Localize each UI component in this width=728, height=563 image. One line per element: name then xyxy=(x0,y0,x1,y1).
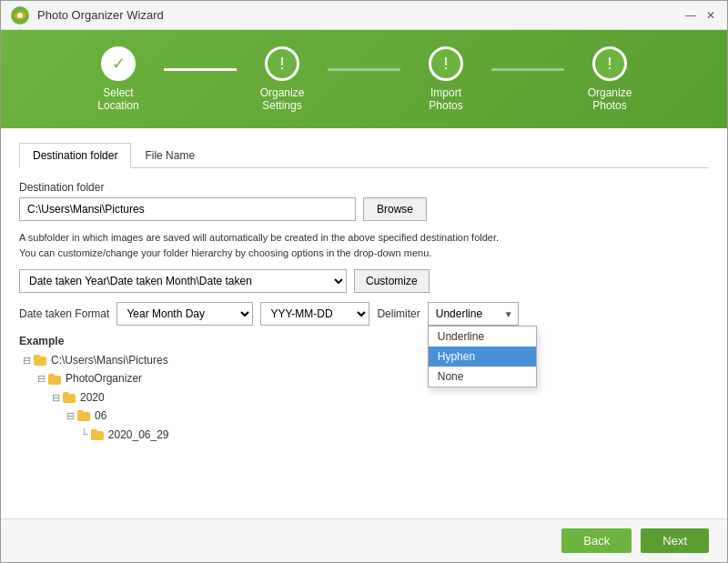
step2-label: OrganizeSettings xyxy=(260,86,305,112)
file-tree: ⊟ C:\Users\Mansi\Pictures ⊟ PhotoOrganiz… xyxy=(19,351,709,444)
delimiter-select[interactable]: Underline Hyphen None xyxy=(428,302,519,326)
step2-circle: ! xyxy=(265,46,299,81)
tab-destination-folder[interactable]: Destination folder xyxy=(19,143,131,168)
date-format-row: Date taken Format Year Month Day Month D… xyxy=(19,302,709,326)
folder-row: Browse xyxy=(19,197,709,221)
customize-button[interactable]: Customize xyxy=(354,269,430,293)
window-title: Photo Organizer Wizard xyxy=(37,8,683,22)
tree-connector-2: ⊟ xyxy=(37,370,46,387)
info-text: A subfolder in which images are saved wi… xyxy=(19,230,709,260)
bottom-bar: Back Next xyxy=(1,518,727,562)
tree-item-photoorganizer: ⊟ PhotoOrganizer xyxy=(23,369,709,387)
wizard-step-select-location: ✓ SelectLocation xyxy=(73,46,164,112)
tree-item-2020: ⊟ 2020 xyxy=(23,388,709,407)
tree-connector-1: ⊟ xyxy=(23,352,31,369)
delimiter-dropdown-wrap: Underline Hyphen None ▼ Underline Hyphen… xyxy=(428,302,519,326)
date-format-select[interactable]: Year Month Day Month Day Day Year xyxy=(116,302,253,326)
folder-hierarchy-row: Date taken Year\Date taken Month\Date ta… xyxy=(19,269,709,293)
destination-folder-section: Destination folder Browse xyxy=(19,181,709,221)
tree-connector-3: ⊟ xyxy=(52,389,60,407)
delimiter-option-none[interactable]: None xyxy=(429,367,536,387)
folder-path-input[interactable] xyxy=(19,197,356,221)
step4-label: OrganizePhotos xyxy=(588,86,632,112)
date-ymd-select[interactable]: YYY-MM-DD YYYY-MM-DD MM-DD-YYYY xyxy=(260,302,369,326)
delimiter-option-hyphen[interactable]: Hyphen xyxy=(429,347,536,367)
tree-item-file: └ 2020_06_29 xyxy=(23,426,709,444)
app-logo-icon xyxy=(10,5,30,25)
folder-hierarchy-select[interactable]: Date taken Year\Date taken Month\Date ta… xyxy=(19,269,347,293)
browse-button[interactable]: Browse xyxy=(363,197,427,221)
tab-file-name[interactable]: File Name xyxy=(131,143,208,168)
delimiter-options-popup: Underline Hyphen None xyxy=(428,326,537,387)
folder-icon-06 xyxy=(77,410,92,421)
folder-icon-root xyxy=(34,355,48,366)
destination-folder-label: Destination folder xyxy=(19,181,709,194)
step3-label: ImportPhotos xyxy=(429,86,462,112)
step1-label: SelectLocation xyxy=(97,86,138,112)
wizard-header: ✓ SelectLocation ! OrganizeSettings ! Im… xyxy=(1,30,727,128)
tree-label-file: 2020_06_29 xyxy=(108,426,169,444)
tree-connector-4: ⊟ xyxy=(66,407,75,425)
close-button[interactable]: ✕ xyxy=(703,8,718,23)
folder-icon-photoorganizer xyxy=(48,374,63,385)
step3-circle: ! xyxy=(429,46,463,81)
tree-connector-5: └ xyxy=(81,426,88,443)
wizard-step-import-photos: ! ImportPhotos xyxy=(400,46,491,112)
wizard-step-organize-settings: ! OrganizeSettings xyxy=(237,46,328,112)
content-area: Destination folder File Name Destination… xyxy=(1,128,727,518)
connector-3-4 xyxy=(491,68,564,71)
svg-point-1 xyxy=(17,13,23,18)
delimiter-label: Delimiter xyxy=(377,307,420,320)
next-button[interactable]: Next xyxy=(641,528,709,553)
step4-circle: ! xyxy=(592,46,627,81)
title-bar: Photo Organizer Wizard — ✕ xyxy=(1,1,727,30)
tree-item-06: ⊟ 06 xyxy=(23,407,709,425)
connector-2-3 xyxy=(328,68,400,71)
folder-icon-2020 xyxy=(63,392,77,403)
back-button[interactable]: Back xyxy=(561,528,632,553)
tree-label-2020: 2020 xyxy=(80,388,105,407)
step1-circle: ✓ xyxy=(101,46,136,81)
minimize-button[interactable]: — xyxy=(683,8,698,23)
main-window: Photo Organizer Wizard — ✕ ✓ SelectLocat… xyxy=(0,0,728,563)
wizard-step-organize-photos: ! OrganizePhotos xyxy=(564,46,655,112)
folder-icon-file xyxy=(91,429,106,440)
example-label: Example xyxy=(19,335,709,347)
tree-item-root: ⊟ C:\Users\Mansi\Pictures xyxy=(23,351,709,369)
window-controls: — ✕ xyxy=(683,8,718,23)
date-format-label: Date taken Format xyxy=(19,307,109,320)
delimiter-option-underline[interactable]: Underline xyxy=(429,327,536,347)
tree-label-06: 06 xyxy=(95,407,106,425)
example-section: Example ⊟ C:\Users\Mansi\Pictures ⊟ Phot… xyxy=(19,335,709,444)
tabs: Destination folder File Name xyxy=(19,143,709,168)
tree-label-photoorganizer: PhotoOrganizer xyxy=(66,369,142,387)
tree-label-root: C:\Users\Mansi\Pictures xyxy=(51,351,168,369)
connector-1-2 xyxy=(164,68,237,71)
